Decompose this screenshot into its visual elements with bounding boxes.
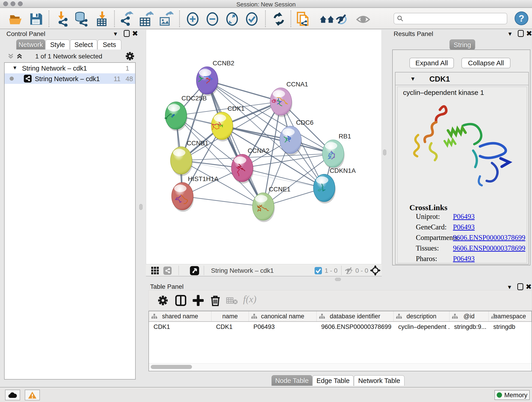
crosshair-icon[interactable] bbox=[370, 265, 380, 276]
tree-expand-icon[interactable]: ▼ bbox=[12, 65, 17, 71]
network-node-ccna1[interactable]: CCNA1 bbox=[270, 81, 308, 117]
crosslink-link[interactable]: 9606.ENSP00000378699 bbox=[453, 244, 525, 252]
table-panel-close-icon[interactable]: ✖ bbox=[526, 283, 532, 290]
search-input[interactable] bbox=[404, 15, 500, 22]
column-header[interactable]: name bbox=[211, 311, 249, 321]
network-node-hist1h1a[interactable]: HIST1H1A bbox=[172, 175, 219, 212]
collapse-all-button[interactable]: Collapse All bbox=[462, 58, 510, 68]
crosslink-link[interactable]: 9606.ENSP00000378699 bbox=[453, 234, 525, 242]
network-collection-row[interactable]: ▼ String Network – cdk1 1 bbox=[5, 63, 135, 73]
network-edge[interactable] bbox=[242, 168, 324, 188]
results-panel-float-icon[interactable] bbox=[518, 30, 524, 37]
birdseye-icon[interactable] bbox=[190, 266, 199, 275]
tab-edge-table[interactable]: Edge Table bbox=[312, 375, 354, 386]
table-cell[interactable]: 9606.ENSP00000378699 bbox=[317, 322, 394, 332]
open-session-icon[interactable] bbox=[8, 12, 23, 27]
column-header[interactable]: description bbox=[394, 311, 450, 321]
import-table-icon[interactable] bbox=[95, 12, 110, 27]
table-row[interactable]: CDK1CDK1P064939606.ENSP00000378699cyclin… bbox=[149, 322, 532, 332]
column-header[interactable]: canonical name bbox=[249, 311, 317, 321]
network-node-cdc6[interactable]: CDC6 bbox=[280, 119, 313, 155]
tab-select[interactable]: Select bbox=[70, 39, 97, 50]
share-icon[interactable] bbox=[163, 267, 172, 275]
network-node-ccna2[interactable]: CCNA2 bbox=[231, 147, 269, 184]
network-node-rb1[interactable]: RB1 bbox=[322, 133, 351, 169]
crosslink-link[interactable]: P06493 bbox=[453, 212, 475, 220]
table-panel-collapse-icon[interactable]: ▼ bbox=[507, 284, 512, 290]
network-edge[interactable] bbox=[182, 196, 263, 206]
expand-all-chevron-icon[interactable] bbox=[16, 53, 23, 60]
function-builder-icon[interactable]: f(x) bbox=[243, 294, 256, 305]
hide-selection-icon[interactable] bbox=[334, 12, 349, 27]
zoom-in-icon[interactable] bbox=[185, 12, 200, 27]
table-cell[interactable]: CDK1 bbox=[211, 322, 249, 332]
network-node-cdkn1a[interactable]: CDKN1A bbox=[313, 167, 356, 204]
gear-icon[interactable] bbox=[126, 52, 134, 61]
table-settings-icon[interactable] bbox=[158, 295, 168, 306]
selected-checkbox-icon[interactable] bbox=[315, 267, 322, 274]
help-button[interactable]: ? bbox=[515, 12, 528, 25]
network-edge[interactable] bbox=[222, 126, 333, 153]
column-header[interactable]: shared name bbox=[149, 311, 211, 321]
table-cell[interactable]: stringdb bbox=[489, 322, 532, 332]
results-panel-close-icon[interactable]: ✖ bbox=[526, 30, 532, 37]
tab-node-table[interactable]: Node Table bbox=[272, 375, 312, 386]
layout-refresh-icon[interactable] bbox=[271, 12, 286, 27]
zoom-selected-icon[interactable] bbox=[244, 12, 259, 27]
column-header[interactable]: database identifier bbox=[317, 311, 394, 321]
control-panel-close-icon[interactable]: ✖ bbox=[132, 30, 138, 37]
warning-status-button[interactable] bbox=[25, 390, 40, 400]
cloud-status-button[interactable] bbox=[5, 390, 20, 400]
network-node-ccnb1[interactable]: CCNB1 bbox=[171, 140, 209, 176]
zoom-out-icon[interactable] bbox=[205, 12, 220, 27]
column-header[interactable]: @id bbox=[450, 311, 489, 321]
network-row[interactable]: String Network – cdk1 11 48 bbox=[5, 73, 135, 84]
tab-style[interactable]: Style bbox=[45, 39, 70, 50]
horizontal-splitter-handle[interactable] bbox=[335, 278, 341, 281]
tab-string[interactable]: String bbox=[450, 39, 475, 50]
collapse-all-chevron-icon[interactable] bbox=[7, 53, 14, 60]
right-splitter-handle[interactable] bbox=[383, 149, 386, 155]
node-details-header[interactable]: ▼ CDK1 bbox=[395, 72, 528, 85]
network-node-ccne1[interactable]: CCNE1 bbox=[253, 186, 291, 222]
import-database-icon[interactable] bbox=[74, 12, 89, 27]
left-splitter-handle[interactable] bbox=[139, 204, 143, 210]
save-session-icon[interactable] bbox=[28, 12, 44, 27]
import-network-icon[interactable] bbox=[55, 12, 70, 27]
delete-table-icon[interactable] bbox=[226, 297, 238, 305]
table-cell[interactable]: cyclin–dependent ... bbox=[394, 322, 450, 332]
memory-button[interactable]: Memory bbox=[494, 390, 530, 400]
tab-sets[interactable]: Sets bbox=[97, 39, 121, 50]
search-box[interactable] bbox=[394, 13, 507, 24]
table-cell[interactable]: CDK1 bbox=[149, 322, 211, 332]
table-hscrollbar[interactable] bbox=[149, 363, 532, 370]
table-cell[interactable]: stringdb:9... bbox=[450, 322, 489, 332]
crosslink-link[interactable]: P06493 bbox=[453, 255, 475, 263]
network-node-ccnb2[interactable]: CCNB2 bbox=[196, 60, 234, 96]
control-panel-collapse-icon[interactable]: ▼ bbox=[113, 31, 118, 37]
crosslink-link[interactable]: P06493 bbox=[453, 223, 475, 231]
tab-network[interactable]: Network bbox=[16, 39, 45, 50]
table-panel-float-icon[interactable] bbox=[517, 283, 523, 290]
grid-icon[interactable] bbox=[151, 267, 159, 275]
tab-network-table[interactable]: Network Table bbox=[354, 375, 405, 386]
show-all-icon[interactable] bbox=[355, 12, 371, 27]
export-table-icon[interactable] bbox=[138, 12, 153, 27]
add-column-icon[interactable] bbox=[193, 295, 204, 306]
export-network-icon[interactable] bbox=[119, 12, 134, 27]
zoom-fit-icon[interactable] bbox=[225, 12, 240, 27]
hidden-eye-icon[interactable] bbox=[344, 267, 353, 275]
delete-column-icon[interactable] bbox=[210, 294, 221, 306]
network-canvas[interactable]: CCNB2CCNA1CDC25BCDK1CDC6RB1CCNB1CCNA2CDK… bbox=[146, 30, 382, 264]
copy-network-icon[interactable] bbox=[296, 12, 311, 27]
string-home-icon[interactable] bbox=[319, 12, 335, 27]
table-cell[interactable]: P06493 bbox=[249, 322, 317, 332]
expand-all-button[interactable]: Expand All bbox=[409, 58, 454, 68]
results-panel-collapse-icon[interactable]: ▼ bbox=[507, 31, 513, 37]
show-columns-icon[interactable] bbox=[175, 295, 186, 306]
column-header[interactable]: namespace bbox=[489, 311, 532, 321]
table-hscrollbar-thumb[interactable] bbox=[151, 365, 192, 369]
node-table[interactable]: shared namenamecanonical namedatabase id… bbox=[148, 311, 532, 371]
export-image-icon[interactable] bbox=[158, 12, 173, 27]
network-edge[interactable] bbox=[207, 80, 263, 206]
